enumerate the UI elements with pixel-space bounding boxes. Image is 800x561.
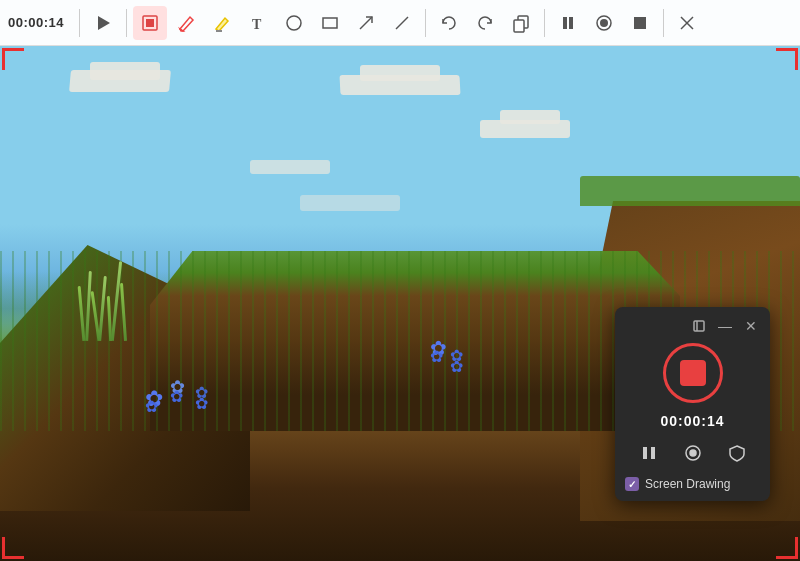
cloud xyxy=(500,110,560,124)
toolbar-divider-3 xyxy=(425,9,426,37)
play-button[interactable] xyxy=(86,6,120,40)
main-area: ✿ ✿ ✿ ✿ ✿ 00:00:14 xyxy=(0,0,800,561)
cloud xyxy=(90,62,160,80)
capture-button[interactable] xyxy=(133,6,167,40)
svg-line-7 xyxy=(360,17,372,29)
toolbar: 00:00:14 xyxy=(0,0,800,46)
flower-4: ✿ xyxy=(430,336,450,366)
widget-pause-button[interactable] xyxy=(635,439,663,467)
circle-button[interactable] xyxy=(277,6,311,40)
stop-button[interactable] xyxy=(623,6,657,40)
highlight-button[interactable] xyxy=(205,6,239,40)
svg-text:T: T xyxy=(252,17,262,32)
widget-screen-drawing[interactable]: Screen Drawing xyxy=(625,477,760,491)
svg-line-8 xyxy=(396,17,408,29)
svg-point-5 xyxy=(287,16,301,30)
svg-rect-2 xyxy=(146,19,154,27)
svg-rect-10 xyxy=(514,20,524,32)
svg-rect-20 xyxy=(643,447,647,459)
widget-close-button[interactable]: ✕ xyxy=(742,317,760,335)
widget-expand-button[interactable] xyxy=(690,317,708,335)
widget-camera-button[interactable] xyxy=(679,439,707,467)
svg-rect-11 xyxy=(563,17,567,29)
pen-button[interactable] xyxy=(169,6,203,40)
recording-widget: — ✕ 00:00:14 xyxy=(615,307,770,501)
cloud xyxy=(250,160,330,174)
widget-controls xyxy=(625,439,760,467)
screen-drawing-label: Screen Drawing xyxy=(645,477,730,491)
close-button[interactable] xyxy=(670,6,704,40)
widget-shield-button[interactable] xyxy=(723,439,751,467)
widget-titlebar: — ✕ xyxy=(625,317,760,335)
svg-point-23 xyxy=(690,450,696,456)
corner-marker-tr xyxy=(776,48,798,70)
toolbar-divider-1 xyxy=(79,9,80,37)
toolbar-divider-4 xyxy=(544,9,545,37)
redo-button[interactable] xyxy=(468,6,502,40)
toolbar-timer: 00:00:14 xyxy=(8,15,73,30)
corner-marker-tl xyxy=(2,48,24,70)
svg-point-14 xyxy=(600,19,608,27)
widget-minimize-button[interactable]: — xyxy=(716,317,734,335)
widget-record-button[interactable] xyxy=(663,343,723,403)
svg-rect-21 xyxy=(651,447,655,459)
flower-3: ✿ xyxy=(195,383,215,413)
screen-drawing-checkbox[interactable] xyxy=(625,477,639,491)
svg-rect-18 xyxy=(694,321,704,331)
arrow-button[interactable] xyxy=(349,6,383,40)
record-indicator-button[interactable] xyxy=(587,6,621,40)
cloud xyxy=(300,195,400,211)
widget-timer: 00:00:14 xyxy=(625,413,760,429)
toolbar-divider-5 xyxy=(663,9,664,37)
copy-button[interactable] xyxy=(504,6,538,40)
svg-rect-12 xyxy=(569,17,573,29)
undo-button[interactable] xyxy=(432,6,466,40)
corner-marker-bl xyxy=(2,537,24,559)
svg-rect-6 xyxy=(323,18,337,28)
record-stop-square xyxy=(680,360,706,386)
svg-marker-0 xyxy=(98,16,110,30)
tall-grass-left xyxy=(80,261,125,341)
flower-5: ✿ xyxy=(450,346,470,376)
right-grass xyxy=(580,176,800,206)
corner-marker-br xyxy=(776,537,798,559)
toolbar-divider-2 xyxy=(126,9,127,37)
cloud xyxy=(360,65,440,81)
svg-rect-15 xyxy=(634,17,646,29)
flower-1: ✿ xyxy=(145,386,165,416)
line-button[interactable] xyxy=(385,6,419,40)
pause-button[interactable] xyxy=(551,6,585,40)
flower-2: ✿ xyxy=(170,376,190,406)
rect-button[interactable] xyxy=(313,6,347,40)
text-button[interactable]: T xyxy=(241,6,275,40)
